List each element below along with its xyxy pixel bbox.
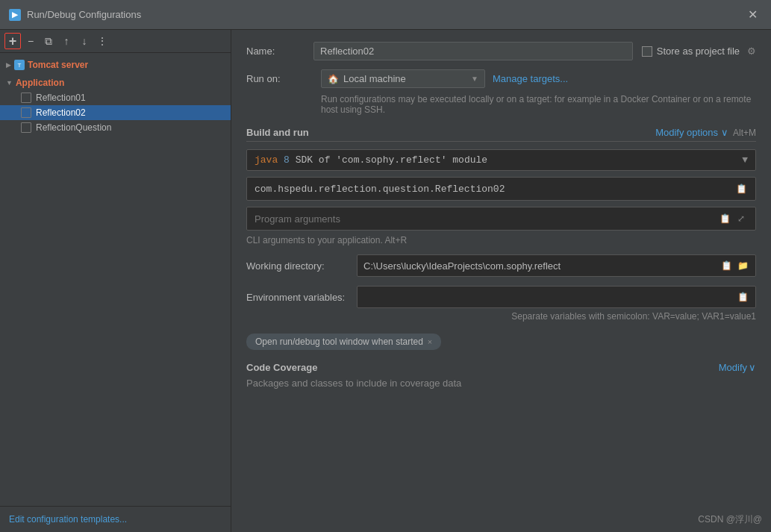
dropdown-arrow-icon: ▼ bbox=[471, 75, 478, 83]
copy-configuration-button[interactable]: ⧉ bbox=[40, 33, 57, 49]
cli-hint: CLI arguments to your application. Alt+R bbox=[246, 235, 756, 245]
main-class-icons: 📋 bbox=[734, 182, 748, 195]
modify-shortcut-hint: Alt+M bbox=[733, 128, 756, 138]
list-item[interactable]: ReflectionQuestion bbox=[0, 120, 231, 135]
working-dir-folder-icon[interactable]: 📁 bbox=[736, 259, 749, 272]
expand-icon[interactable]: ⤢ bbox=[734, 212, 748, 225]
home-icon: 🏠 bbox=[328, 74, 339, 84]
tomcat-group-label: Tomcat server bbox=[28, 60, 88, 70]
modify-options-area: Modify options ∨ Alt+M bbox=[655, 127, 756, 138]
remove-configuration-button[interactable]: − bbox=[22, 33, 39, 49]
move-down-button[interactable]: ↓ bbox=[76, 33, 93, 49]
working-dir-icons: 📋 📁 bbox=[720, 259, 749, 272]
edit-templates-link[interactable]: Edit configuration templates... bbox=[0, 506, 231, 532]
modify-label: Modify bbox=[719, 362, 747, 373]
list-item[interactable]: Reflection01 bbox=[0, 90, 231, 105]
working-dir-browse-icon[interactable]: 📋 bbox=[720, 259, 733, 272]
code-coverage-title: Code Coverage bbox=[246, 362, 317, 373]
name-row: Name: Store as project file ⚙ bbox=[246, 42, 756, 60]
build-run-title: Build and run bbox=[246, 127, 309, 138]
gear-icon[interactable]: ⚙ bbox=[747, 46, 756, 57]
toolbar: + − ⧉ ↑ ↓ ⋮ bbox=[0, 30, 231, 53]
store-as-project-label: Store as project file bbox=[657, 46, 740, 57]
sdk-value: java 8 SDK of 'com.sophy.reflect' module bbox=[255, 154, 487, 166]
chip-close-button[interactable]: × bbox=[428, 337, 432, 346]
code-coverage-header: Code Coverage Modify ∨ bbox=[246, 362, 756, 373]
move-up-button[interactable]: ↑ bbox=[58, 33, 75, 49]
config-icon bbox=[21, 122, 31, 133]
main-class-field: com.hspedu.reflection.question.Reflectio… bbox=[246, 177, 756, 201]
application-group: ▼ Application Reflection01 Reflection02 … bbox=[0, 74, 231, 137]
program-args-icons: 📋 ⤢ bbox=[718, 212, 748, 225]
env-var-row: Environment variables: 📋 bbox=[246, 286, 756, 308]
modify-options-button[interactable]: Modify options ∨ bbox=[655, 127, 728, 138]
name-label: Name: bbox=[246, 46, 313, 57]
open-editor-icon[interactable]: 📋 bbox=[718, 212, 731, 225]
chevron-down-icon: ▼ bbox=[6, 79, 13, 87]
run-on-label: Run on: bbox=[246, 73, 313, 84]
sort-button[interactable]: ⋮ bbox=[94, 33, 110, 49]
title-bar-left: ▶ Run/Debug Configurations bbox=[9, 9, 141, 21]
main-class-value: com.hspedu.reflection.question.Reflectio… bbox=[255, 184, 734, 195]
chevron-down-coverage-icon: ∨ bbox=[749, 362, 756, 373]
working-dir-field[interactable]: C:\Users\lucky\IdeaProjects\com.sophy.re… bbox=[357, 254, 756, 277]
config-icon bbox=[21, 107, 31, 118]
env-var-label: Environment variables: bbox=[246, 292, 351, 303]
store-as-project-checkbox[interactable] bbox=[642, 46, 652, 57]
add-configuration-button[interactable]: + bbox=[4, 33, 21, 49]
close-button[interactable]: ✕ bbox=[743, 6, 762, 23]
tomcat-icon: T bbox=[14, 60, 25, 70]
configuration-tree: ▶ T Tomcat server ▼ Application Reflecti… bbox=[0, 53, 231, 506]
sdk-version: 8 bbox=[284, 154, 290, 166]
main-content: + − ⧉ ↑ ↓ ⋮ ▶ T Tomcat server bbox=[0, 30, 771, 532]
open-tool-window-area: Open run/debug tool window when started … bbox=[246, 334, 756, 362]
open-file-icon[interactable]: 📋 bbox=[734, 182, 748, 195]
env-var-field[interactable]: 📋 bbox=[357, 286, 756, 308]
chevron-down-small-icon: ∨ bbox=[721, 127, 728, 138]
chevron-right-icon: ▶ bbox=[6, 61, 11, 69]
run-on-row: Run on: 🏠 Local machine ▼ Manage targets… bbox=[246, 69, 756, 88]
env-hint: Separate variables with semicolon: VAR=v… bbox=[246, 311, 756, 322]
app-icon: ▶ bbox=[9, 9, 21, 21]
reflection02-label: Reflection02 bbox=[36, 107, 86, 118]
left-panel: + − ⧉ ↑ ↓ ⋮ ▶ T Tomcat server bbox=[0, 30, 231, 532]
sdk-rest: SDK of 'com.sophy.reflect' module bbox=[296, 154, 487, 166]
working-dir-label: Working directory: bbox=[246, 260, 351, 272]
manage-targets-link[interactable]: Manage targets... bbox=[493, 73, 568, 84]
modify-options-label: Modify options bbox=[655, 127, 718, 138]
list-item[interactable]: Reflection02 bbox=[0, 105, 231, 120]
env-var-edit-icon[interactable]: 📋 bbox=[736, 290, 749, 304]
run-on-description: Run configurations may be executed local… bbox=[321, 94, 756, 115]
name-input[interactable] bbox=[313, 42, 633, 60]
run-on-dropdown[interactable]: 🏠 Local machine ▼ bbox=[321, 69, 485, 88]
tomcat-group: ▶ T Tomcat server bbox=[0, 56, 231, 74]
reflectionquestion-label: ReflectionQuestion bbox=[36, 122, 111, 133]
reflection01-label: Reflection01 bbox=[36, 93, 86, 103]
watermark: CSDN @浮川@ bbox=[698, 513, 762, 526]
run-on-value: Local machine bbox=[343, 73, 466, 84]
working-dir-value: C:\Users\lucky\IdeaProjects\com.sophy.re… bbox=[363, 260, 561, 272]
title-bar: ▶ Run/Debug Configurations ✕ bbox=[0, 0, 771, 30]
dropdown-arrow-sdk-icon: ▼ bbox=[742, 154, 748, 166]
store-as-project-area: Store as project file ⚙ bbox=[642, 46, 756, 57]
application-group-label: Application bbox=[16, 78, 64, 88]
program-args-field[interactable]: Program arguments 📋 ⤢ bbox=[246, 207, 756, 231]
application-group-header[interactable]: ▼ Application bbox=[0, 75, 231, 90]
sdk-dropdown[interactable]: java 8 SDK of 'com.sophy.reflect' module… bbox=[246, 149, 756, 171]
working-dir-row: Working directory: C:\Users\lucky\IdeaPr… bbox=[246, 254, 756, 277]
open-tool-window-label: Open run/debug tool window when started bbox=[255, 337, 423, 347]
dialog-title: Run/Debug Configurations bbox=[27, 9, 141, 20]
code-coverage-modify-button[interactable]: Modify ∨ bbox=[719, 362, 756, 373]
config-icon bbox=[21, 93, 31, 103]
run-debug-dialog: ▶ Run/Debug Configurations ✕ + − ⧉ ↑ ↓ ⋮… bbox=[0, 0, 771, 532]
packages-hint: Packages and classes to include in cover… bbox=[246, 378, 756, 389]
open-tool-window-chip: Open run/debug tool window when started … bbox=[246, 334, 441, 350]
right-panel: Name: Store as project file ⚙ Run on: 🏠 … bbox=[231, 30, 771, 532]
java-keyword: java bbox=[255, 154, 278, 166]
tomcat-group-header[interactable]: ▶ T Tomcat server bbox=[0, 57, 231, 72]
build-run-header: Build and run Modify options ∨ Alt+M bbox=[246, 127, 756, 142]
program-args-placeholder: Program arguments bbox=[255, 213, 340, 225]
